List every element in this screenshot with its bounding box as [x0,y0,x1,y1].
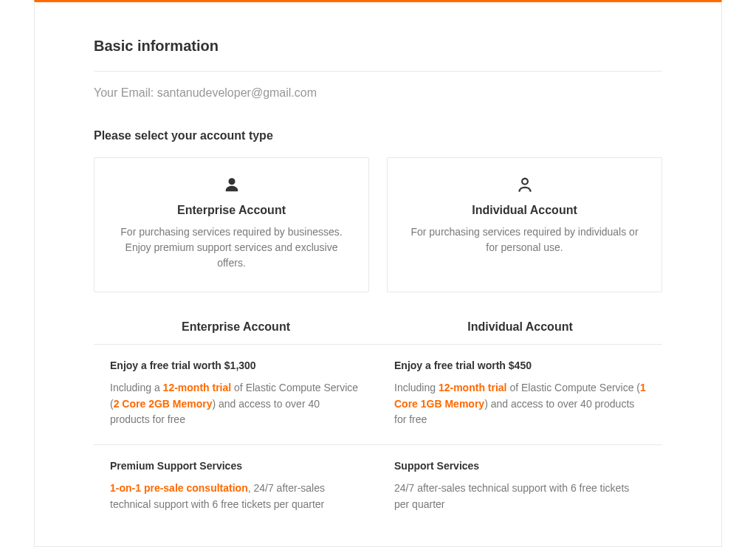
enterprise-column: Enterprise Account Enjoy a free trial wo… [94,320,378,529]
email-label: Your Email: [94,86,157,99]
svg-point-0 [228,178,235,185]
select-account-label: Please select your account type [94,129,662,142]
section-title: Basic information [94,38,662,55]
individual-trial-head: Enjoy a free trial worth $450 [394,359,646,371]
highlight: 12-month trial [163,382,232,393]
individual-support-cell: Support Services 24/7 after-sales techni… [378,445,662,529]
highlight: 1-on-1 pre-sale consultation [110,482,248,494]
enterprise-column-header: Enterprise Account [94,320,378,344]
account-type-cards: Enterprise Account For purchasing servic… [94,157,662,292]
divider [94,71,662,72]
individual-trial-body: Including 12-month trial of Elastic Comp… [394,380,646,428]
registration-form: Basic information Your Email: santanudev… [34,0,722,547]
comparison-table: Enterprise Account Enjoy a free trial wo… [94,320,662,529]
enterprise-card-title: Enterprise Account [112,204,351,217]
enterprise-support-cell: Premium Support Services 1-on-1 pre-sale… [94,445,378,529]
enterprise-trial-body: Including a 12-month trial of Elastic Co… [110,380,362,428]
svg-point-1 [522,179,528,185]
email-value: santanudeveloper@gmail.com [157,86,317,99]
person-solid-icon [112,176,351,195]
individual-card-title: Individual Account [405,204,644,217]
individual-column-header: Individual Account [378,320,662,344]
enterprise-trial-head: Enjoy a free trial worth $1,300 [110,359,362,371]
enterprise-support-head: Premium Support Services [110,460,362,472]
individual-trial-cell: Enjoy a free trial worth $450 Including … [378,345,662,444]
enterprise-account-card[interactable]: Enterprise Account For purchasing servic… [94,157,369,292]
email-display: Your Email: santanudeveloper@gmail.com [94,86,662,100]
person-outline-icon [405,176,644,195]
highlight: 12-month trial [439,382,507,393]
highlight: 2 Core 2GB Memory [114,398,213,410]
individual-column: Individual Account Enjoy a free trial wo… [378,320,662,529]
enterprise-trial-cell: Enjoy a free trial worth $1,300 Includin… [94,345,378,444]
individual-support-body: 24/7 after-sales technical support with … [394,481,646,512]
individual-card-desc: For purchasing services required by indi… [405,224,644,255]
enterprise-support-body: 1-on-1 pre-sale consultation, 24/7 after… [110,481,362,512]
individual-support-head: Support Services [394,460,646,472]
enterprise-card-desc: For purchasing services required by busi… [112,224,351,271]
individual-account-card[interactable]: Individual Account For purchasing servic… [387,157,662,292]
